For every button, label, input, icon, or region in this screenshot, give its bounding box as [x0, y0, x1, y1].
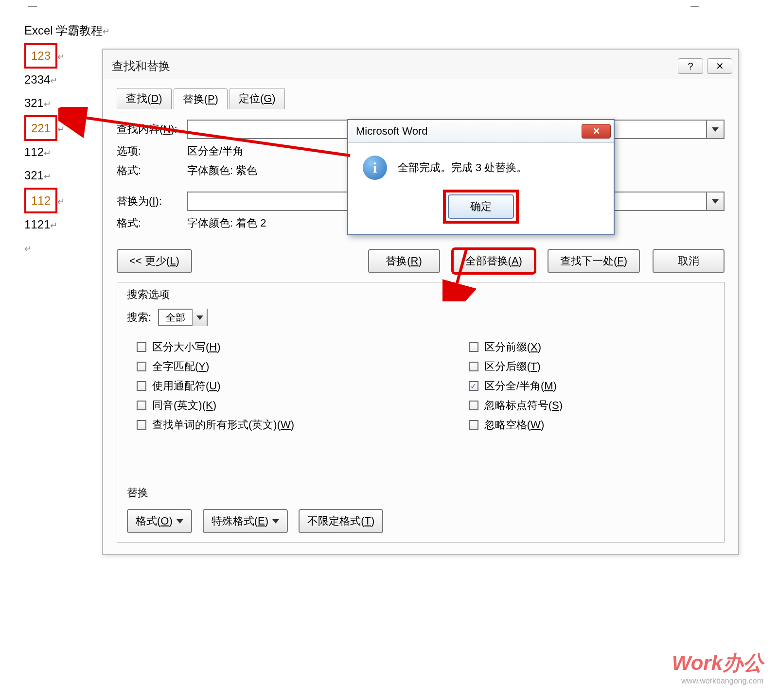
doc-line-4: 112 — [24, 141, 44, 163]
chevron-down-icon — [177, 519, 183, 524]
replace-all-button[interactable]: 全部替换(A) — [453, 249, 535, 273]
search-options-group: 搜索选项 搜索: 全部 区分大小写(H) 全字匹配(Y) 使用通配符(U) 同音… — [117, 282, 725, 542]
search-direction-label: 搜索: — [127, 310, 151, 325]
tab-find[interactable]: 查找(D) — [117, 88, 172, 109]
close-button[interactable]: ✕ — [707, 58, 732, 74]
check-whole-word[interactable]: 全字匹配(Y) — [137, 359, 459, 374]
find-format-value: 字体颜色: 紫色 — [187, 163, 333, 178]
options-label: 选项: — [117, 144, 187, 158]
messagebox-title: Microsoft Word — [356, 125, 582, 138]
dialog-tabs: 查找(D) 替换(P) 定位(G) — [117, 88, 725, 109]
chevron-down-icon — [272, 519, 279, 524]
check-word-forms[interactable]: 查找单词的所有形式(英文)(W) — [137, 418, 459, 432]
chevron-down-icon — [712, 199, 719, 204]
chevron-down-icon — [712, 127, 719, 132]
special-dropdown-button[interactable]: 特殊格式(E) — [203, 509, 288, 533]
search-direction-select[interactable]: 全部 — [158, 309, 208, 326]
info-icon: i — [363, 156, 387, 180]
options-value: 区分全/半角 — [187, 144, 333, 158]
less-button[interactable]: << 更少(L) — [117, 249, 192, 273]
watermark: Work办公 www.workbangong.com — [672, 649, 763, 685]
ok-button-highlight: 确定 — [443, 190, 519, 224]
chevron-down-icon — [196, 315, 203, 320]
dialog-title: 查找和替换 — [112, 58, 674, 74]
replace-format-label: 格式: — [117, 216, 187, 230]
replace-with-label: 替换为(I): — [117, 194, 187, 209]
doc-line-6: 112 — [24, 188, 57, 213]
replace-with-dropdown[interactable] — [707, 192, 725, 211]
messagebox-close-button[interactable]: ✕ — [582, 124, 611, 139]
check-wildcards[interactable]: 使用通配符(U) — [137, 379, 459, 393]
check-prefix[interactable]: 区分前缀(X) — [469, 340, 714, 354]
page-corner-right — [690, 6, 699, 7]
page-corner-left — [28, 6, 37, 7]
check-ignore-space[interactable]: 忽略空格(W) — [469, 418, 714, 432]
tab-replace[interactable]: 替换(P) — [174, 88, 228, 109]
find-what-label: 查找内容(N): — [117, 122, 187, 137]
doc-line-0: 123 — [24, 43, 57, 69]
check-sounds-like[interactable]: 同音(英文)(K) — [137, 398, 459, 413]
ok-button[interactable]: 确定 — [448, 194, 514, 219]
doc-line-3: 221 — [24, 115, 57, 141]
check-full-half[interactable]: ✓区分全/半角(M) — [469, 379, 714, 393]
doc-line-7: 1121 — [24, 213, 50, 235]
messagebox-titlebar[interactable]: Microsoft Word ✕ — [348, 120, 614, 143]
document-body: Excel 学霸教程↵ 123↵ 2334↵ 321↵ 221↵ 112↵ 32… — [24, 19, 110, 260]
messagebox-text: 全部完成。完成 3 处替换。 — [398, 160, 527, 175]
help-button[interactable]: ? — [678, 58, 703, 74]
doc-line-1: 2334 — [24, 69, 50, 90]
check-match-case[interactable]: 区分大小写(H) — [137, 340, 459, 354]
find-what-dropdown[interactable] — [707, 120, 725, 139]
doc-line-5: 321 — [24, 164, 44, 186]
messagebox: Microsoft Word ✕ i 全部完成。完成 3 处替换。 确定 — [347, 119, 615, 235]
find-next-button[interactable]: 查找下一处(F) — [548, 249, 640, 273]
tab-goto[interactable]: 定位(G) — [230, 88, 285, 109]
replace-format-value: 字体颜色: 着色 2 — [187, 216, 333, 230]
check-suffix[interactable]: 区分后缀(T) — [469, 359, 714, 374]
format-dropdown-button[interactable]: 格式(O) — [127, 509, 192, 533]
dialog-titlebar[interactable]: 查找和替换 ? ✕ — [103, 50, 738, 79]
cancel-button[interactable]: 取消 — [653, 249, 725, 273]
replace-section-title: 替换 — [127, 486, 714, 500]
find-format-label: 格式: — [117, 163, 187, 178]
no-format-button[interactable]: 不限定格式(T) — [299, 509, 383, 533]
replace-button[interactable]: 替换(R) — [368, 249, 440, 273]
doc-line-2: 321 — [24, 92, 44, 114]
search-options-title: 搜索选项 — [124, 287, 173, 302]
doc-title: Excel 学霸教程↵ — [24, 19, 110, 43]
check-ignore-punct[interactable]: 忽略标点符号(S) — [469, 398, 714, 413]
